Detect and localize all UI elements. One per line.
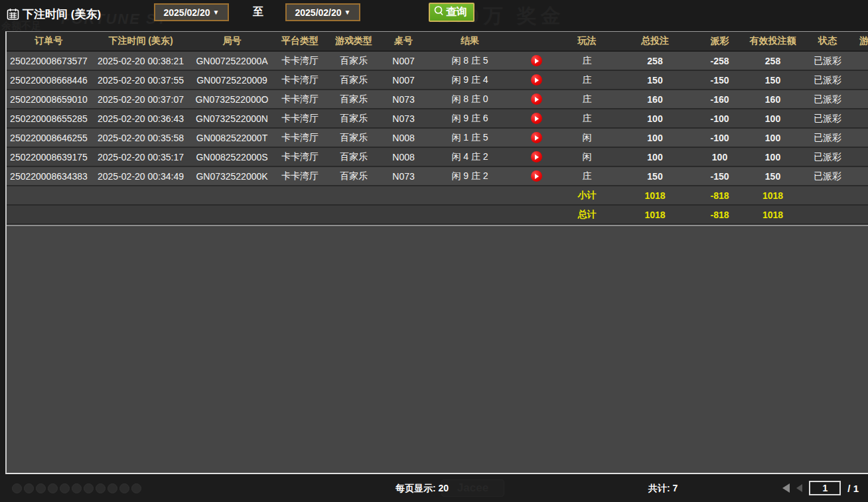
play-video-button[interactable] <box>531 132 542 143</box>
cell-platform: 卡卡湾厅 <box>273 52 326 70</box>
cell-game_type: 百家乐 <box>326 167 381 185</box>
play-icon <box>535 78 539 83</box>
search-icon <box>433 5 445 19</box>
cell-total_bet: 100 <box>615 109 695 127</box>
cell-valid_bet: 150 <box>745 71 801 89</box>
play-icon <box>535 97 539 102</box>
totals-label: 总计 <box>559 206 615 223</box>
bet-records-panel: 订单号下注时间 (美东)局号平台类型游戏类型桌号结果玩法总投注派彩有效投注额状态… <box>5 31 868 474</box>
chevron-down-icon: ▼ <box>344 9 351 16</box>
play-icon <box>535 155 539 160</box>
date-from-select[interactable]: 2025/02/20 ▼ <box>154 3 229 21</box>
cell-result: 闲 8 庄 5 <box>426 52 514 70</box>
cell-time: 2025-02-20 00:34:49 <box>91 167 190 185</box>
cell-platform: 卡卡湾厅 <box>273 90 326 108</box>
cell-payout: -100 <box>695 109 745 127</box>
play-icon <box>535 58 539 64</box>
table-header-row: 订单号下注时间 (美东)局号平台类型游戏类型桌号结果玩法总投注派彩有效投注额状态… <box>7 32 868 52</box>
cell-status: 已派彩 <box>801 90 854 108</box>
subtotal-row: 小计1018-8181018 <box>7 186 868 206</box>
cell-order: 250220008634383 <box>7 167 91 185</box>
cell-order: 250220008639175 <box>7 148 91 166</box>
play-icon <box>535 174 539 179</box>
query-button[interactable]: 查询 <box>429 3 474 22</box>
cell-game_type: 百家乐 <box>326 148 381 166</box>
cell-game <box>854 52 868 70</box>
cell-game <box>854 71 868 89</box>
cell-table_no: N008 <box>381 148 426 166</box>
cell-valid_bet: 100 <box>745 129 801 147</box>
cell-valid_bet: 150 <box>745 167 801 185</box>
table-row: 2502200086391752025-02-20 00:35:17GN0082… <box>7 148 868 167</box>
page-total-label: / 1 <box>847 483 859 494</box>
column-header-result: 结果 <box>426 32 514 50</box>
background-chip-icons <box>12 483 141 493</box>
calendar-icon <box>7 8 19 21</box>
table-row: 2502200086343832025-02-20 00:34:49GN0732… <box>7 167 868 186</box>
cell-time: 2025-02-20 00:35:17 <box>91 148 190 166</box>
cell-table_no: N073 <box>381 90 426 108</box>
first-page-arrow-icon[interactable] <box>782 483 790 493</box>
cell-method: 庄 <box>559 90 615 108</box>
cell-total_bet: 100 <box>615 148 695 166</box>
cell-round: GN0732522000N <box>190 109 273 127</box>
column-header-payout: 派彩 <box>695 32 745 50</box>
play-video-button[interactable] <box>531 74 542 86</box>
date-range-to-label: 至 <box>253 5 263 19</box>
column-header-method: 玩法 <box>559 32 615 50</box>
table-row: 2502200086590102025-02-20 00:37:07GN0732… <box>7 90 868 109</box>
grand-total-row: 总计1018-8181018 <box>7 206 868 225</box>
cell-result: 闲 4 庄 2 <box>426 148 514 166</box>
cell-game_type: 百家乐 <box>326 109 381 127</box>
cell-table_no: N073 <box>381 109 426 127</box>
play-icon <box>535 116 539 121</box>
cell-game_type: 百家乐 <box>326 129 381 147</box>
cell-platform: 卡卡湾厅 <box>273 109 326 127</box>
total-count-label: 共计: 7 <box>648 483 678 495</box>
totals-payout: -818 <box>695 206 745 223</box>
cell-method: 庄 <box>559 167 615 185</box>
cell-table_no: N008 <box>381 129 426 147</box>
cell-platform: 卡卡湾厅 <box>273 71 326 89</box>
column-header-game: 游戏 <box>854 32 868 50</box>
play-icon <box>535 135 539 141</box>
cell-order: 250220008673577 <box>7 52 91 70</box>
column-header-status: 状态 <box>801 32 854 50</box>
cell-status: 已派彩 <box>801 109 854 127</box>
cell-valid_bet: 258 <box>745 52 801 70</box>
prev-page-arrow-icon[interactable] <box>796 484 802 492</box>
cell-result: 闲 9 庄 6 <box>426 109 514 127</box>
play-video-button[interactable] <box>531 151 542 162</box>
cell-table_no: N007 <box>381 71 426 89</box>
column-header-game_type: 游戏类型 <box>326 32 381 50</box>
cell-order: 250220008646255 <box>7 129 91 147</box>
cell-time: 2025-02-20 00:37:55 <box>91 71 190 89</box>
cell-table_no: N007 <box>381 52 426 70</box>
column-header-round: 局号 <box>190 32 273 50</box>
cell-round: GN0082522000T <box>190 129 273 147</box>
play-video-button[interactable] <box>531 113 542 124</box>
totals-valid-bet: 1018 <box>745 206 801 223</box>
cell-game <box>854 148 868 166</box>
cell-status: 已派彩 <box>801 167 854 185</box>
play-video-button[interactable] <box>531 55 542 66</box>
page-number-input[interactable] <box>809 481 841 495</box>
cell-valid_bet: 160 <box>745 90 801 108</box>
cell-game <box>854 167 868 185</box>
totals-total-bet: 1018 <box>615 186 695 204</box>
cell-valid_bet: 100 <box>745 109 801 127</box>
play-video-button[interactable] <box>531 170 542 182</box>
totals-label: 小计 <box>559 186 615 204</box>
date-to-select[interactable]: 2025/02/20 ▼ <box>285 3 360 21</box>
chevron-down-icon: ▼ <box>213 9 220 16</box>
cell-time: 2025-02-20 00:37:07 <box>91 90 190 108</box>
cell-game_type: 百家乐 <box>326 52 381 70</box>
cell-order: 250220008668446 <box>7 71 91 89</box>
cell-round: GN0072522000A <box>190 52 273 70</box>
background-watermark-jacee: Jacee <box>441 479 504 497</box>
cell-payout: -258 <box>695 52 745 70</box>
column-header-table_no: 桌号 <box>381 32 426 50</box>
cell-status: 已派彩 <box>801 129 854 147</box>
cell-result: 闲 9 庄 2 <box>426 167 514 185</box>
play-video-button[interactable] <box>531 94 542 105</box>
